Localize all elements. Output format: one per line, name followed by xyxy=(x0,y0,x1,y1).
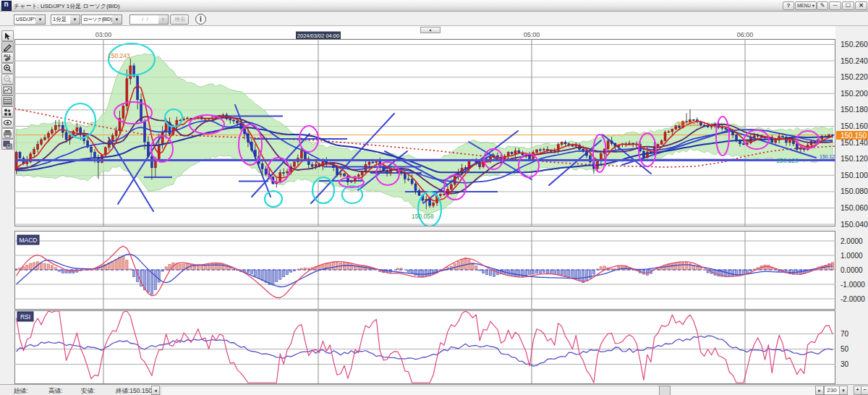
svg-text:150.220: 150.220 xyxy=(841,72,868,81)
svg-text:30: 30 xyxy=(841,360,849,368)
svg-text:03:00: 03:00 xyxy=(95,31,112,38)
svg-text:RSI: RSI xyxy=(20,313,30,320)
svg-text:0.0000: 0.0000 xyxy=(841,266,863,274)
svg-text:150.100: 150.100 xyxy=(841,171,868,179)
svg-text:150.150: 150.150 xyxy=(841,132,867,140)
svg-text:150.260: 150.260 xyxy=(841,40,868,48)
svg-text:MACD: MACD xyxy=(19,237,37,244)
svg-text:50: 50 xyxy=(841,345,849,353)
svg-text:150.180: 150.180 xyxy=(841,105,868,114)
svg-text:150.126: 150.126 xyxy=(776,157,799,164)
svg-text:150.080: 150.080 xyxy=(841,187,868,195)
svg-text:2024/03/02 04:00: 2024/03/02 04:00 xyxy=(297,33,339,39)
svg-text:150.120: 150.120 xyxy=(841,154,868,163)
svg-text:150.243: 150.243 xyxy=(108,52,130,59)
svg-text:150.058: 150.058 xyxy=(412,213,434,220)
svg-text:06:00: 06:00 xyxy=(737,31,754,38)
svg-text:150.181: 150.181 xyxy=(677,120,699,127)
svg-text:150.121: 150.121 xyxy=(820,154,838,159)
svg-text:2.0000: 2.0000 xyxy=(841,237,863,245)
svg-text:150.200: 150.200 xyxy=(841,89,868,98)
svg-text:-1.0000: -1.0000 xyxy=(841,281,865,289)
svg-text:150.040: 150.040 xyxy=(841,220,868,229)
svg-text:150.240: 150.240 xyxy=(841,56,868,65)
svg-text:150.160: 150.160 xyxy=(841,122,868,130)
svg-text:05:00: 05:00 xyxy=(524,31,540,38)
svg-text:70: 70 xyxy=(841,330,849,338)
svg-text:1.0000: 1.0000 xyxy=(841,252,863,260)
svg-text:150.060: 150.060 xyxy=(841,203,868,212)
svg-text:-2.0000: -2.0000 xyxy=(841,295,865,303)
